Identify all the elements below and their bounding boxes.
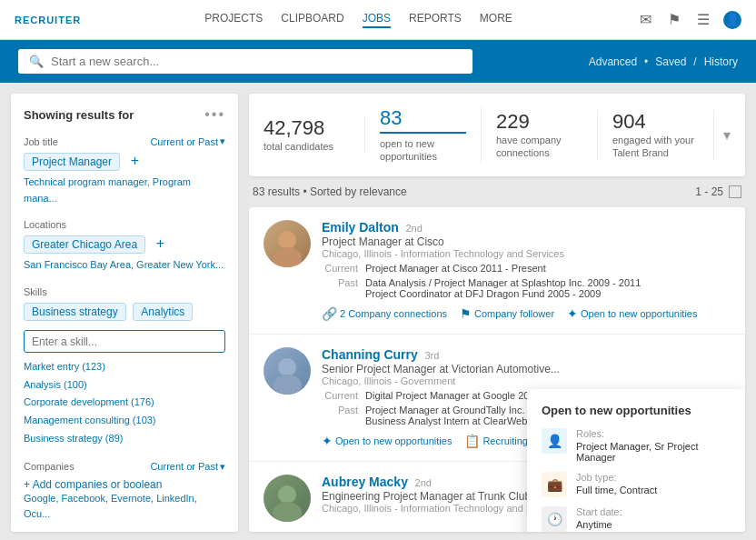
companies-modifier[interactable]: Current or Past — [150, 461, 225, 473]
job-title-suggestion[interactable]: Technical program manager, Program mana.… — [24, 175, 225, 206]
content-area: 42,798 total candidates 83 open to new o… — [249, 94, 745, 532]
job-title-label: Job title Current or Past — [24, 135, 225, 147]
add-job-title[interactable]: + — [131, 153, 139, 168]
stat-connections-number: 229 — [496, 110, 582, 134]
avatar-image-emily — [264, 220, 311, 267]
svg-point-3 — [273, 375, 302, 395]
nav-more[interactable]: MORE — [480, 12, 512, 28]
work-past-label-c: Past — [322, 405, 358, 426]
job-title-tags: Project Manager + — [24, 153, 225, 175]
skill-tag-2[interactable]: Analytics — [133, 303, 193, 321]
skills-input-box[interactable] — [24, 330, 225, 353]
history-link[interactable]: History — [704, 55, 738, 68]
skill-tag-1[interactable]: Business strategy — [24, 303, 126, 321]
tooltip-title: Open to new opportunities — [542, 404, 731, 417]
candidate-actions-emily: 🔗 2 Company connections ⚑ Company follow… — [322, 306, 731, 321]
job-title-modifier[interactable]: Current or Past — [150, 135, 225, 147]
work-current-label-c: Current — [322, 390, 358, 401]
search-input-wrapper[interactable]: 🔍 — [18, 49, 472, 74]
top-nav: RECRUITER PROJECTS CLIPBOARD JOBS REPORT… — [0, 0, 756, 40]
tooltip-jobtype-value: Full time, Contract — [576, 485, 657, 495]
tooltip-row-startdate: 🕐 Start date: Anytime — [542, 506, 731, 532]
tooltip-jobtype-label: Job type: — [576, 472, 657, 483]
results-pagination: 1 - 25 — [695, 185, 741, 198]
location-tag[interactable]: Greater Chicago Area — [24, 235, 145, 254]
sidebar-options[interactable]: ••• — [204, 106, 225, 123]
svg-point-2 — [278, 358, 296, 376]
job-title-chevron — [220, 135, 225, 147]
candidate-header-channing: Channing Curry 3rd — [322, 347, 731, 362]
avatar-icon[interactable]: 👤 — [723, 11, 741, 29]
avatar-aubrey — [264, 475, 311, 522]
skill-suggestion-5[interactable]: Business strategy (89) — [24, 430, 225, 448]
svg-point-5 — [273, 502, 302, 522]
candidate-location-emily: Chicago, Illinois - Information Technolo… — [322, 248, 731, 259]
search-bar: 🔍 Advanced • Saved / History — [0, 40, 756, 83]
tooltip-roles-icon: 👤 — [542, 428, 567, 454]
candidate-name-emily[interactable]: Emily Dalton — [322, 220, 399, 235]
opportunity-link-emily[interactable]: ✦ Open to new opportunities — [567, 306, 697, 321]
follower-link-emily[interactable]: ⚑ Company follower — [460, 306, 554, 321]
skill-suggestion-2[interactable]: Analysis (100) — [24, 376, 225, 395]
companies-label: Companies Current or Past — [24, 461, 225, 473]
nav-clipboard[interactable]: CLIPBOARD — [281, 12, 343, 28]
skills-label: Skills — [24, 286, 225, 297]
avatar-emily — [264, 220, 311, 267]
company-suggestion[interactable]: Google, Facebook, Evernote, LinkedIn, Oc… — [24, 491, 225, 523]
svg-point-0 — [278, 231, 296, 249]
nav-jobs[interactable]: JOBS — [363, 12, 391, 28]
stats-expand-icon[interactable]: ▾ — [714, 126, 731, 144]
avatar-channing — [264, 347, 311, 395]
nav-reports[interactable]: REPORTS — [409, 12, 462, 28]
stat-total: 42,798 total candidates — [264, 116, 365, 153]
skill-input[interactable] — [32, 335, 217, 348]
location-tags: Greater Chicago Area + — [24, 235, 225, 257]
candidate-info-emily: Emily Dalton 2nd Project Manager at Cisc… — [322, 220, 731, 321]
advanced-link[interactable]: Advanced — [589, 55, 637, 68]
candidate-degree-aubrey: 2nd — [415, 477, 432, 488]
candidate-title-channing: Senior Project Manager at Victorian Auto… — [322, 363, 731, 375]
add-location[interactable]: + — [156, 235, 164, 251]
tooltip-startdate-label: Start date: — [576, 506, 622, 517]
search-icon: 🔍 — [29, 55, 44, 68]
candidate-name-channing[interactable]: Channing Curry — [322, 347, 418, 362]
connections-link-emily[interactable]: 🔗 2 Company connections — [322, 306, 447, 321]
skill-suggestion-4[interactable]: Management consulting (103) — [24, 412, 225, 430]
skill-suggestion-3[interactable]: Corporate development (176) — [24, 394, 225, 412]
list-icon[interactable]: ☰ — [694, 11, 712, 29]
candidate-name-aubrey[interactable]: Aubrey Macky — [322, 475, 408, 489]
main-layout: Showing results for ••• Job title Curren… — [0, 83, 756, 540]
search-input[interactable] — [51, 55, 462, 68]
mail-icon[interactable]: ✉ — [636, 11, 654, 29]
tooltip-startdate-icon: 🕐 — [542, 506, 567, 532]
locations-filter: Locations Greater Chicago Area + San Fra… — [24, 219, 225, 274]
skill-suggestion-1[interactable]: Market entry (123) — [24, 358, 225, 376]
stat-connections-label: have company connections — [496, 134, 582, 160]
tooltip-open-to-opportunities: Open to new opportunities 👤 Roles: Proje… — [527, 389, 745, 532]
tooltip-roles-content: Roles: Project Manager, Sr Project Manag… — [576, 428, 731, 463]
flag-icon[interactable]: ⚑ — [665, 11, 683, 29]
search-options: Advanced • Saved / History — [589, 55, 738, 68]
candidate-degree-emily: 2nd — [405, 223, 422, 234]
sidebar-header: Showing results for ••• — [24, 106, 225, 123]
add-company[interactable]: + Add companies or boolean — [24, 478, 225, 491]
opportunity-link-channing[interactable]: ✦ Open to new opportunities — [322, 434, 452, 448]
candidate-title-emily: Project Manager at Cisco — [322, 235, 731, 248]
nav-links: PROJECTS CLIPBOARD JOBS REPORTS MORE — [204, 12, 512, 28]
nav-projects[interactable]: PROJECTS — [204, 12, 263, 28]
saved-link[interactable]: Saved — [655, 55, 686, 68]
work-past1-emily: Past Data Analysis / Project Manager at … — [322, 277, 731, 299]
stat-open[interactable]: 83 open to new opportunities — [365, 106, 482, 164]
tooltip-startdate-content: Start date: Anytime — [576, 506, 622, 530]
select-all-checkbox[interactable] — [729, 185, 741, 198]
tooltip-roles-label: Roles: — [576, 428, 731, 439]
location-suggestion[interactable]: San Francisco Bay Area, Greater New York… — [24, 257, 225, 274]
candidate-location-channing: Chicago, Illinois - Government — [322, 375, 731, 386]
work-past1-detail: Data Analysis / Project Manager at Splas… — [365, 277, 731, 299]
job-title-tag[interactable]: Project Manager — [24, 153, 120, 171]
nav-icons: ✉ ⚑ ☰ 👤 — [636, 11, 741, 29]
stat-total-number: 42,798 — [264, 116, 350, 140]
stat-open-label: open to new opportunities — [380, 137, 466, 164]
candidate-degree-channing: 3rd — [424, 350, 439, 361]
svg-point-4 — [278, 485, 296, 504]
